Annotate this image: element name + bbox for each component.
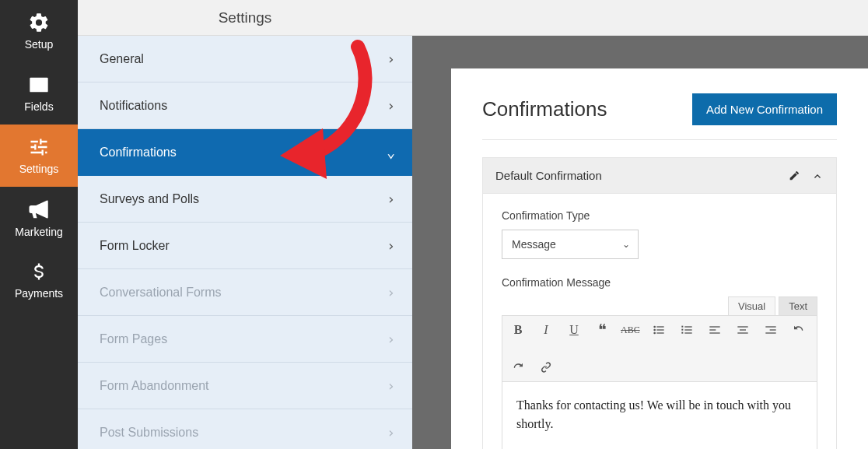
chevron-right-icon: › — [387, 331, 395, 347]
main-nav-rail: Setup Fields Settings Marketing Payments — [0, 0, 78, 449]
settings-item-label: General — [100, 52, 144, 66]
underline-button[interactable]: U — [565, 321, 583, 339]
settings-item-label: Form Pages — [100, 332, 167, 346]
confirmation-item-body: Confirmation Type Message ⌄ Confirmation… — [483, 194, 836, 449]
settings-item-label: Post Submissions — [100, 426, 198, 440]
chevron-right-icon: › — [387, 284, 395, 300]
align-left-button[interactable] — [705, 321, 724, 339]
svg-rect-15 — [737, 326, 747, 327]
chevron-up-icon[interactable] — [811, 170, 824, 182]
card-header: Confirmations Add New Confirmation — [482, 93, 837, 140]
confirmations-card: Confirmations Add New Confirmation Defau… — [451, 68, 868, 449]
settings-item-label: Form Abandonment — [100, 379, 209, 393]
settings-item-label: Confirmations — [100, 146, 177, 160]
svg-rect-5 — [656, 332, 663, 333]
numbered-list-button[interactable] — [677, 321, 696, 339]
svg-rect-3 — [656, 329, 663, 330]
svg-point-2 — [653, 329, 656, 331]
nav-item-setup[interactable]: Setup — [0, 0, 78, 62]
tab-visual[interactable]: Visual — [728, 296, 775, 315]
redo-button[interactable] — [509, 358, 527, 377]
settings-item-formlocker[interactable]: Form Locker › — [78, 223, 412, 269]
nav-item-label: Setup — [25, 38, 54, 51]
link-button[interactable] — [537, 358, 555, 377]
svg-rect-11 — [681, 332, 683, 334]
svg-rect-7 — [684, 329, 691, 330]
svg-rect-12 — [709, 326, 719, 327]
settings-item-surveys[interactable]: Surveys and Polls › — [78, 176, 412, 223]
settings-item-confirmations[interactable]: Confirmations ⌄ — [78, 129, 412, 176]
strikethrough-button[interactable]: ABC — [621, 321, 640, 339]
nav-item-marketing[interactable]: Marketing — [0, 187, 78, 249]
canvas-area: Confirmations Add New Confirmation Defau… — [412, 0, 868, 449]
svg-rect-20 — [765, 332, 775, 333]
settings-item-label: Notifications — [100, 99, 167, 113]
nav-item-fields[interactable]: Fields — [0, 62, 78, 125]
select-value: Message — [512, 238, 556, 251]
settings-item-label: Form Locker — [100, 239, 170, 253]
settings-item-formpages[interactable]: Form Pages › — [78, 316, 412, 363]
confirmation-item-header[interactable]: Default Confirmation — [483, 158, 836, 194]
nav-item-payments[interactable]: Payments — [0, 249, 78, 311]
chevron-down-icon: ⌄ — [622, 239, 630, 250]
svg-point-0 — [653, 326, 656, 328]
chevron-right-icon: › — [387, 377, 395, 394]
canvas-top-bar — [412, 0, 868, 36]
bullet-list-button[interactable] — [649, 321, 668, 339]
italic-button[interactable]: I — [537, 321, 555, 339]
settings-panel: Settings General › Notifications › Confi… — [78, 0, 412, 449]
confirmation-type-select[interactable]: Message ⌄ — [502, 230, 639, 259]
settings-item-label: Surveys and Polls — [100, 192, 199, 206]
page-title: Confirmations — [482, 97, 607, 121]
message-label: Confirmation Message — [502, 276, 817, 289]
svg-rect-9 — [681, 326, 683, 328]
svg-rect-17 — [737, 332, 747, 333]
settings-item-conversational[interactable]: Conversational Forms › — [78, 269, 412, 316]
align-center-button[interactable] — [733, 321, 752, 339]
editor-content[interactable]: Thanks for contacting us! We will be in … — [502, 382, 817, 449]
bullhorn-icon — [27, 198, 51, 221]
chevron-right-icon: › — [387, 191, 395, 207]
align-right-button[interactable] — [761, 321, 780, 339]
nav-item-label: Fields — [24, 100, 53, 113]
nav-item-label: Settings — [19, 163, 59, 175]
undo-button[interactable] — [789, 321, 808, 339]
svg-rect-19 — [769, 329, 775, 330]
svg-rect-14 — [709, 332, 719, 333]
chevron-right-icon: › — [387, 237, 395, 254]
edit-icon[interactable] — [788, 170, 800, 182]
svg-rect-18 — [765, 326, 775, 327]
chevron-right-icon: › — [387, 97, 395, 114]
chevron-down-icon: ⌄ — [387, 144, 395, 160]
dollar-icon — [28, 261, 50, 282]
confirmation-item-title: Default Confirmation — [495, 169, 602, 182]
blockquote-button[interactable]: ❝ — [593, 321, 611, 339]
svg-rect-10 — [681, 329, 683, 331]
nav-item-settings[interactable]: Settings — [0, 125, 78, 187]
nav-item-label: Payments — [15, 287, 63, 300]
bold-button[interactable]: B — [509, 321, 527, 339]
svg-point-4 — [653, 332, 656, 335]
chevron-right-icon: › — [387, 51, 395, 67]
settings-item-general[interactable]: General › — [78, 36, 412, 82]
editor-toolbar: B I U ❝ ABC — [502, 315, 817, 382]
tab-text[interactable]: Text — [779, 296, 817, 315]
settings-item-notifications[interactable]: Notifications › — [78, 82, 412, 129]
sliders-icon — [28, 136, 50, 158]
settings-panel-title: Settings — [78, 0, 412, 36]
type-label: Confirmation Type — [502, 209, 817, 222]
nav-item-label: Marketing — [15, 226, 62, 238]
svg-rect-6 — [684, 326, 691, 327]
gear-icon — [28, 12, 50, 33]
settings-list: General › Notifications › Confirmations … — [78, 36, 412, 449]
svg-rect-16 — [740, 329, 746, 330]
svg-rect-8 — [684, 332, 691, 333]
add-confirmation-button[interactable]: Add New Confirmation — [692, 93, 837, 125]
list-icon — [28, 74, 50, 96]
settings-item-post-submissions[interactable]: Post Submissions › — [78, 409, 412, 449]
editor-tabs: Visual Text — [502, 296, 817, 315]
settings-item-label: Conversational Forms — [100, 286, 222, 300]
chevron-right-icon: › — [387, 424, 395, 440]
svg-rect-1 — [656, 326, 663, 327]
settings-item-abandonment[interactable]: Form Abandonment › — [78, 363, 412, 409]
